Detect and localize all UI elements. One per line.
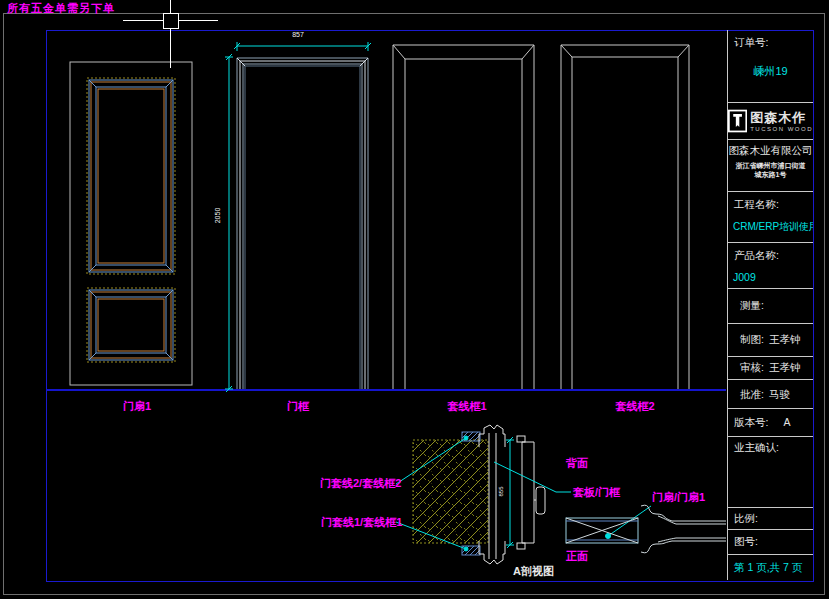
brand-name-cn: 图森木作 — [750, 111, 813, 124]
crosshair-cursor-vertical — [170, 0, 171, 68]
brand-name-en: TUCSON WOOD — [750, 126, 813, 132]
title-block: 订单号: 嵊州19 图森木作 TUCSON WOOD 图森木业有限公司 浙江省嵊… — [727, 30, 813, 580]
brand-logo-cell: 图森木作 TUCSON WOOD — [728, 103, 813, 140]
casing-frame1-drawing — [393, 45, 534, 389]
project-cell: 工程名称: CRM/ERP培训使用 — [728, 192, 813, 243]
section-view-title: A剖视图 — [513, 564, 554, 579]
casing-frame2-drawing — [561, 45, 689, 389]
company-address-line1: 浙江省嵊州市浦口街道 — [728, 161, 813, 170]
frame-board-label: 套板/门框 — [573, 485, 620, 500]
crosshair-cursor-pickbox — [163, 13, 179, 29]
company-cell: 图森木业有限公司 浙江省嵊州市浦口街道 城东路1号 — [728, 140, 813, 192]
owner-confirm-label: 业主确认: — [728, 437, 813, 455]
product-label: 产品名称: — [728, 243, 813, 263]
version-value: A — [783, 416, 790, 430]
owner-confirm-cell: 业主确认: — [728, 437, 813, 508]
company-name: 图森木业有限公司 — [728, 144, 813, 158]
casing2-label: 门套线2/套线框2 — [320, 476, 401, 491]
review-value: 王孝钟 — [769, 361, 801, 375]
scale-cell: 比例: — [728, 508, 813, 530]
cad-canvas[interactable] — [0, 0, 829, 599]
draft-cell: 制图: 王孝钟 — [728, 324, 813, 357]
order-number-value: 嵊州19 — [728, 64, 813, 79]
back-side-label: 背面 — [566, 456, 588, 471]
product-value: J009 — [728, 271, 813, 283]
approve-label: 批准: — [740, 388, 764, 402]
approve-value: 马骏 — [769, 388, 790, 402]
section-height-dimension: 855 — [498, 486, 505, 496]
hardware-note-text: 所有五金单需另下单 — [7, 1, 115, 16]
product-cell: 产品名称: J009 — [728, 243, 813, 289]
frame-height-dimension: 2050 — [214, 208, 221, 224]
version-label: 版本号: — [734, 416, 768, 430]
page-indicator-cell: 第 1 页,共 7 页 — [728, 555, 813, 580]
frame-width-dimension: 857 — [292, 31, 304, 38]
drawing-number-cell: 图号: — [728, 530, 813, 555]
door-leaf1-drawing — [70, 62, 192, 385]
version-cell: 版本号: A — [728, 409, 813, 437]
draft-label: 制图: — [740, 333, 764, 347]
door-frame-label: 门框 — [287, 399, 309, 414]
frame-dimension-lines — [225, 42, 371, 392]
front-side-label: 正面 — [566, 549, 588, 564]
casing-frame1-label: 套线框1 — [447, 399, 486, 414]
project-label: 工程名称: — [728, 192, 813, 212]
door-frame-drawing — [237, 58, 368, 389]
leaf-label: 门扇/门扇1 — [652, 490, 705, 505]
measure-cell: 测量: — [728, 289, 813, 324]
door-leaf1-label: 门扇1 — [123, 399, 151, 414]
order-number-cell: 订单号: 嵊州19 — [728, 30, 813, 103]
tucson-logo-icon — [728, 108, 747, 134]
project-value: CRM/ERP培训使用 — [728, 220, 813, 234]
approve-cell: 批准: 马骏 — [728, 380, 813, 409]
draft-value: 王孝钟 — [769, 333, 801, 347]
measure-label: 测量: — [740, 299, 764, 313]
review-label: 审核: — [740, 361, 764, 375]
casing1-label: 门套线1/套线框1 — [321, 515, 402, 530]
page-indicator: 第 1 页,共 7 页 — [728, 555, 813, 575]
review-cell: 审核: 王孝钟 — [728, 357, 813, 380]
casing-frame2-label: 套线框2 — [615, 399, 654, 414]
scale-label: 比例: — [728, 508, 813, 526]
cad-application-window: 所有五金单需另下单 门扇1 门框 套线框1 套线框2 857 2050 855 … — [0, 0, 829, 599]
order-number-label: 订单号: — [728, 30, 813, 50]
company-address-line2: 城东路1号 — [728, 170, 813, 179]
drawing-number-label: 图号: — [728, 530, 813, 549]
